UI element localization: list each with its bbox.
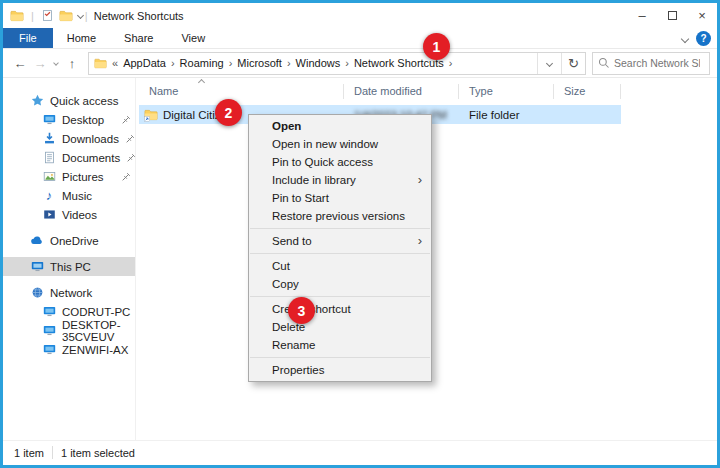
- window-title: Network Shortcuts: [94, 10, 184, 22]
- column-header-name[interactable]: Name: [139, 84, 344, 99]
- pin-icon: [121, 115, 131, 125]
- breadcrumb-segment[interactable]: Microsoft: [237, 57, 282, 69]
- menu-separator: [250, 228, 430, 229]
- breadcrumb-separator-icon[interactable]: ›: [449, 57, 453, 69]
- menu-item-delete[interactable]: Delete: [249, 318, 431, 336]
- refresh-icon[interactable]: ↻: [561, 53, 585, 74]
- network-globe-icon: [30, 286, 44, 299]
- menu-item-restore-previous-versions[interactable]: Restore previous versions: [249, 207, 431, 225]
- titlebar-divider: |: [85, 10, 88, 22]
- breadcrumb-segment[interactable]: AppData: [123, 57, 166, 69]
- breadcrumb: « AppData › Roaming › Microsoft › Window…: [112, 57, 537, 69]
- maximize-button[interactable]: [657, 3, 687, 28]
- tab-view[interactable]: View: [167, 28, 219, 48]
- item-count: 1 item: [14, 447, 44, 459]
- file-list-pane: Name Date modified Type Size Digital Cit…: [135, 78, 717, 440]
- sidebar-item-music[interactable]: ♪ Music: [3, 186, 135, 205]
- sidebar-item-label: Quick access: [50, 95, 118, 107]
- annotation-badge-1: 1: [423, 33, 450, 60]
- submenu-arrow-icon: ›: [418, 232, 422, 250]
- sidebar-item-desktop[interactable]: Desktop: [3, 110, 135, 129]
- breadcrumb-separator-icon[interactable]: ›: [345, 57, 349, 69]
- sidebar-item-label: Pictures: [62, 171, 104, 183]
- sidebar-item-zenwifi-ax[interactable]: ZENWIFI-AX: [3, 340, 135, 359]
- pin-icon: [125, 134, 135, 144]
- sidebar-item-label: Videos: [62, 209, 97, 221]
- close-button[interactable]: ×: [687, 3, 717, 28]
- address-bar[interactable]: « AppData › Roaming › Microsoft › Window…: [88, 52, 586, 75]
- tab-file[interactable]: File: [3, 28, 53, 48]
- new-folder-icon[interactable]: [59, 9, 73, 23]
- address-dropdown-chevron-icon[interactable]: [537, 53, 561, 74]
- tab-share[interactable]: Share: [110, 28, 167, 48]
- titlebar-divider: |: [31, 10, 34, 22]
- search-box[interactable]: [592, 52, 710, 75]
- context-menu: Open Open in new window Pin to Quick acc…: [248, 114, 432, 382]
- menu-item-create-shortcut[interactable]: Create shortcut: [249, 300, 431, 318]
- up-button[interactable]: ↑: [62, 56, 82, 71]
- breadcrumb-overflow[interactable]: «: [112, 57, 118, 69]
- menu-item-cut[interactable]: Cut: [249, 257, 431, 275]
- menu-item-open-in-new-window[interactable]: Open in new window: [249, 135, 431, 153]
- sidebar-item-label: This PC: [50, 261, 91, 273]
- sidebar-item-onedrive[interactable]: OneDrive: [3, 231, 135, 250]
- menu-item-pin-to-start[interactable]: Pin to Start: [249, 189, 431, 207]
- sidebar-item-quick-access[interactable]: Quick access: [3, 91, 135, 110]
- expand-ribbon-chevron-icon[interactable]: [681, 34, 689, 42]
- menu-item-open[interactable]: Open: [249, 117, 431, 135]
- menu-item-include-in-library[interactable]: Include in library›: [249, 171, 431, 189]
- sidebar-item-documents[interactable]: Documents: [3, 148, 135, 167]
- recent-locations-chevron-icon[interactable]: [50, 61, 62, 65]
- breadcrumb-separator-icon[interactable]: ›: [287, 57, 291, 69]
- menu-separator: [250, 357, 430, 358]
- sidebar-item-desktop-35cveuv[interactable]: DESKTOP-35CVEUV: [3, 321, 135, 340]
- search-input[interactable]: [614, 57, 700, 69]
- column-header-type[interactable]: Type: [459, 84, 554, 99]
- sidebar-item-label: Music: [62, 190, 92, 202]
- quick-access-toolbar: |: [10, 9, 83, 23]
- sidebar-item-pictures[interactable]: Pictures: [3, 167, 135, 186]
- status-bar: 1 item 1 item selected: [3, 440, 717, 464]
- menu-separator: [250, 296, 430, 297]
- annotation-badge-3: 3: [288, 297, 315, 324]
- monitor-icon: [42, 324, 56, 337]
- breadcrumb-segment[interactable]: Roaming: [180, 57, 224, 69]
- monitor-icon: [42, 305, 56, 318]
- breadcrumb-separator-icon[interactable]: ›: [171, 57, 175, 69]
- tab-home[interactable]: Home: [53, 28, 110, 48]
- menu-item-properties[interactable]: Properties: [249, 361, 431, 379]
- menu-item-pin-to-quick-access[interactable]: Pin to Quick access: [249, 153, 431, 171]
- ribbon-tabs: File Home Share View ?: [3, 28, 717, 49]
- menu-item-rename[interactable]: Rename: [249, 336, 431, 354]
- column-header-date-modified[interactable]: Date modified: [344, 84, 459, 99]
- sidebar-item-videos[interactable]: Videos: [3, 205, 135, 224]
- sidebar-item-label: Downloads: [62, 133, 119, 145]
- sidebar-item-network[interactable]: Network: [3, 283, 135, 302]
- music-note-icon: ♪: [42, 189, 56, 202]
- folder-shortcut-icon: [144, 108, 158, 122]
- star-icon: [30, 94, 44, 107]
- properties-icon[interactable]: [41, 9, 54, 22]
- sidebar-item-this-pc[interactable]: This PC: [3, 257, 135, 276]
- sort-ascending-icon: [198, 79, 205, 86]
- help-icon[interactable]: ?: [696, 31, 711, 46]
- breadcrumb-separator-icon[interactable]: ›: [229, 57, 233, 69]
- column-headers: Name Date modified Type Size: [139, 83, 621, 100]
- menu-item-send-to[interactable]: Send to›: [249, 232, 431, 250]
- breadcrumb-segment[interactable]: Windows: [296, 57, 341, 69]
- sidebar-item-downloads[interactable]: Downloads: [3, 129, 135, 148]
- minimize-button[interactable]: –: [627, 3, 657, 28]
- pin-icon: [121, 172, 131, 182]
- annotation-badge-2: 2: [215, 99, 242, 126]
- app-folder-icon: [10, 9, 24, 23]
- sidebar-item-label: DESKTOP-35CVEUV: [62, 319, 131, 343]
- customize-toolbar-chevron-icon[interactable]: [77, 12, 84, 19]
- menu-item-copy[interactable]: Copy: [249, 275, 431, 293]
- explorer-window: | | Network Shortcuts – × File Home Shar…: [0, 0, 720, 468]
- window-controls: – ×: [627, 3, 717, 28]
- monitor-icon: [42, 343, 56, 356]
- column-header-size[interactable]: Size: [554, 84, 621, 99]
- navigation-pane: Quick access Desktop Downloads Documents…: [3, 78, 135, 440]
- back-button[interactable]: ←: [10, 56, 30, 71]
- address-folder-icon: [94, 57, 107, 70]
